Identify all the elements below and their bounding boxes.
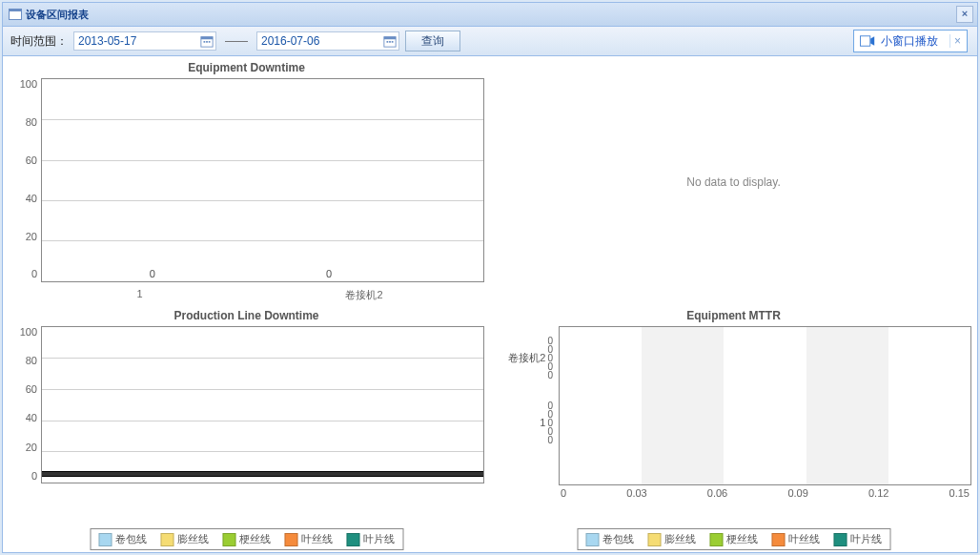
chart-equipment-mttr: Equipment MTTR 卷接机2 00000 1 0000 — [490, 305, 977, 553]
legend-item[interactable]: 叶片线 — [833, 532, 882, 546]
bar-value-label: 0 — [150, 268, 155, 279]
legend-swatch — [222, 533, 235, 546]
legend-swatch — [709, 533, 723, 546]
y-tick: 100 — [20, 326, 37, 338]
legend-swatch — [160, 533, 174, 546]
chart-equipment-downtime: Equipment Downtime 100806040200 0 0 1 卷接… — [3, 57, 490, 305]
query-button[interactable]: 查询 — [405, 31, 460, 51]
chart-production-line-downtime: Production Line Downtime 100806040200 卷包… — [3, 305, 490, 553]
x-tick: 0.09 — [787, 487, 807, 499]
calendar-icon[interactable] — [200, 34, 214, 48]
close-button[interactable]: × — [956, 6, 973, 23]
plot-area — [41, 326, 484, 484]
legend: 卷包线膨丝线梗丝线叶丝线叶片线 — [90, 528, 403, 550]
legend-swatch — [771, 533, 785, 546]
legend-item[interactable]: 叶片线 — [346, 532, 395, 546]
bar-value-label: 0 — [326, 268, 332, 279]
y-tick: 80 — [26, 355, 37, 366]
x-tick: 0.15 — [949, 487, 970, 499]
calendar-icon[interactable] — [383, 34, 397, 48]
legend-item[interactable]: 梗丝线 — [222, 532, 271, 546]
range-dash: —— — [222, 34, 251, 48]
svg-rect-6 — [384, 37, 396, 40]
y-tick: 20 — [26, 442, 37, 453]
window-icon — [9, 9, 22, 20]
x-tick: 0.12 — [868, 487, 888, 499]
legend-swatch — [585, 533, 599, 546]
plot-area: 0 0 — [41, 78, 484, 282]
y-cat: 卷接机2 — [508, 353, 545, 363]
zero-stack: 00000 — [547, 337, 553, 380]
svg-rect-9 — [392, 41, 394, 43]
legend-label: 叶片线 — [850, 532, 882, 546]
line-series-marker — [42, 471, 483, 477]
legend-item[interactable]: 卷包线 — [585, 532, 634, 546]
toolbar: 时间范围： —— 查询 小窗口播放 × — [3, 27, 977, 56]
legend-item[interactable]: 叶丝线 — [771, 532, 820, 546]
camera-icon — [860, 35, 875, 47]
legend-item[interactable]: 卷包线 — [98, 532, 147, 546]
mini-play-close[interactable]: × — [949, 34, 961, 48]
y-categories: 卷接机2 00000 1 00000 — [496, 326, 559, 456]
outer-frame: 设备区间报表 × 时间范围： —— 查询 小窗口播放 × — [0, 0, 980, 555]
y-cat: 1 — [540, 418, 545, 428]
legend-swatch — [346, 533, 359, 546]
report-window: 设备区间报表 × 时间范围： —— 查询 小窗口播放 × — [2, 2, 978, 553]
x-axis: 00.030.060.090.120.15 — [559, 487, 971, 499]
chart-title: Equipment Downtime — [9, 61, 484, 78]
date-from-wrap — [73, 31, 216, 51]
plot-area — [559, 326, 971, 486]
x-tick: 0.03 — [626, 487, 646, 499]
x-tick: 0 — [561, 487, 566, 499]
svg-rect-10 — [860, 36, 869, 46]
y-tick: 60 — [26, 154, 37, 166]
y-tick: 40 — [26, 412, 37, 423]
titlebar: 设备区间报表 × — [3, 3, 977, 27]
charts-grid: Equipment Downtime 100806040200 0 0 1 卷接… — [3, 57, 977, 552]
legend-label: 梗丝线 — [726, 532, 758, 546]
chart-title: Equipment MTTR — [496, 309, 971, 326]
y-axis: 100806040200 — [9, 326, 41, 483]
legend-swatch — [284, 533, 297, 546]
legend-label: 叶丝线 — [301, 532, 333, 546]
chart-empty: No data to display. — [490, 57, 977, 305]
svg-rect-2 — [204, 41, 206, 43]
legend-item[interactable]: 梗丝线 — [709, 532, 758, 546]
y-tick: 60 — [26, 383, 37, 395]
y-tick: 0 — [31, 470, 37, 482]
legend-label: 梗丝线 — [239, 532, 271, 546]
legend-swatch — [833, 533, 847, 546]
legend-label: 膨丝线 — [177, 532, 209, 546]
svg-rect-7 — [387, 41, 389, 43]
date-to-wrap — [256, 31, 399, 51]
y-tick: 20 — [26, 231, 37, 242]
legend-swatch — [647, 533, 661, 546]
range-label: 时间范围： — [10, 33, 68, 50]
no-data-message: No data to display. — [496, 61, 971, 303]
legend-label: 卷包线 — [602, 532, 634, 546]
date-to-input[interactable] — [256, 31, 399, 51]
y-tick: 40 — [26, 193, 37, 204]
svg-rect-4 — [209, 41, 211, 43]
legend-label: 叶丝线 — [788, 532, 820, 546]
mini-play-label: 小窗口播放 — [881, 33, 938, 50]
legend-label: 膨丝线 — [664, 532, 696, 546]
legend-item[interactable]: 膨丝线 — [647, 532, 696, 546]
y-axis: 100806040200 — [9, 78, 41, 280]
legend-item[interactable]: 膨丝线 — [160, 532, 209, 546]
y-tick: 0 — [31, 268, 37, 279]
legend-swatch — [98, 533, 112, 546]
content-area: Equipment Downtime 100806040200 0 0 1 卷接… — [3, 56, 977, 552]
x-tick: 1 — [136, 288, 142, 303]
legend: 卷包线膨丝线梗丝线叶丝线叶片线 — [577, 528, 890, 550]
mini-play-button[interactable]: 小窗口播放 × — [853, 30, 968, 52]
svg-rect-8 — [389, 41, 391, 43]
date-from-input[interactable] — [73, 31, 216, 51]
legend-label: 卷包线 — [115, 532, 147, 546]
legend-label: 叶片线 — [363, 532, 395, 546]
zero-stack: 00000 — [547, 401, 553, 444]
svg-rect-1 — [201, 37, 213, 40]
svg-rect-3 — [206, 41, 208, 43]
legend-item[interactable]: 叶丝线 — [284, 532, 333, 546]
y-tick: 80 — [26, 116, 37, 128]
